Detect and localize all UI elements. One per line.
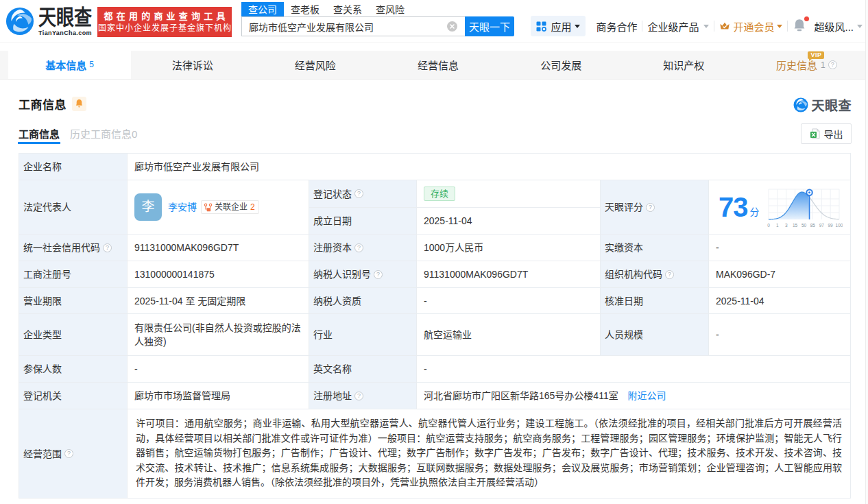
credit-code-help-icon[interactable]: ? (103, 243, 112, 252)
score-label: 天眼评分 ? (601, 180, 709, 235)
tab-operation-risk[interactable]: 经营风险 (254, 51, 376, 79)
notification-dot (804, 16, 809, 21)
svg-text:99: 99 (828, 223, 833, 228)
tab-operation-risk-label: 经营风险 (295, 58, 336, 72)
taxpayer-quality-value: - (417, 288, 601, 314)
reg-authority-label: 登记机关 (19, 383, 128, 409)
company-type-label: 企业类型 (19, 314, 128, 356)
org-code-help-icon[interactable]: ? (665, 270, 674, 279)
table-row: 经营范围 ? 许可项目：通用航空服务；商业非运输、私用大型航空器运营人、航空器代… (19, 409, 851, 499)
enterprise-products-menu[interactable]: 企业级产品 (647, 19, 709, 34)
nearby-companies-link[interactable]: 附近公司 (628, 390, 666, 401)
menu-divider (787, 21, 788, 32)
reg-number-label: 工商注册号 (19, 261, 128, 288)
table-row: 营业期限 2025-11-04 至 无固定期限 纳税人资质 - 核准日期 202… (19, 288, 851, 314)
section-header: 工商信息 (19, 95, 86, 112)
tab-intellectual-property[interactable]: 知识产权 (623, 51, 745, 79)
svg-text:100: 100 (835, 223, 842, 228)
est-date-value: 2025-11-04 (417, 208, 601, 235)
english-name-label: 英文名称 (309, 356, 417, 383)
legal-rep-name-link[interactable]: 李安博 (168, 200, 197, 214)
search-button[interactable]: 天眼一下 (465, 16, 514, 36)
apps-grid-icon (536, 21, 546, 32)
super-risk-caret-icon (857, 25, 863, 28)
open-vip-label: 开通会员 (733, 19, 774, 34)
tab-legal-lawsuit-label: 法律诉讼 (172, 58, 213, 72)
score-number: 73 (719, 193, 748, 221)
tab-operation-info[interactable]: 经营信息 (376, 51, 499, 79)
tab-legal-lawsuit[interactable]: 法律诉讼 (131, 51, 254, 79)
slogan-line2: 国家中小企业发展子基金旗下机构 (97, 23, 232, 34)
business-cooperation-link[interactable]: 商务合作 (596, 19, 637, 34)
watermark-logo: 天眼查 (793, 95, 852, 114)
reg-capital-value: 1000万人民币 (417, 235, 601, 261)
super-risk-label: 超级风... (814, 19, 854, 34)
score-distribution-chart[interactable]: 0131550859799100 (765, 184, 843, 230)
tab-operation-info-label: 经营信息 (418, 58, 459, 72)
tab-history-info-count: 1 (821, 60, 825, 70)
org-code-label: 组织机构代码 ? (601, 261, 709, 288)
business-scope-help-icon[interactable]: ? (64, 449, 73, 458)
credit-code-label: 统一社会信用代码 ? (19, 235, 128, 261)
search-clear-icon[interactable] (447, 21, 457, 32)
table-row: 统一社会信用代码 ? 91131000MAK096GD7T 注册资本 ? 100… (19, 235, 851, 261)
status-badge: 存续 (424, 187, 455, 201)
subtab-business-info[interactable]: 工商信息 (19, 127, 60, 144)
insured-value: - (128, 356, 309, 383)
tianyancha-logo-icon (5, 7, 34, 36)
apps-caret-icon (575, 25, 580, 28)
legal-rep-value: 李 李安博 关联企业 2 (128, 180, 309, 235)
approval-date-label: 核准日期 (601, 288, 709, 314)
notification-bell[interactable] (793, 18, 808, 34)
taxpayer-id-value: 91131000MAK096GD7T (417, 261, 601, 288)
history-help-icon[interactable]: ? (828, 60, 837, 69)
scrollbar-track[interactable] (865, 0, 868, 504)
tab-basic-info-label: 基本信息 (45, 58, 86, 72)
tab-history-info[interactable]: 历史信息 1 ? VIP (745, 51, 868, 79)
logo-cn: 天眼查 (38, 7, 92, 28)
reg-status-help-icon[interactable]: ? (354, 189, 363, 198)
export-button[interactable]: 导出 (801, 123, 852, 144)
related-companies-badge[interactable]: 关联企业 2 (201, 200, 259, 214)
est-date-label: 成立日期 (309, 208, 417, 235)
export-button-label: 导出 (824, 127, 843, 141)
company-nav-tabs: 基本信息 5 法律诉讼 经营风险 经营信息 公司发展 知识产权 历史信息 1 ?… (0, 51, 868, 80)
staff-size-label: 人员规模 (601, 314, 709, 356)
tab-basic-info[interactable]: 基本信息 5 (8, 51, 131, 79)
enterprise-products-label: 企业级产品 (647, 19, 699, 34)
subscribe-bell-button[interactable] (72, 97, 86, 111)
search-input[interactable] (241, 16, 465, 36)
vip-badge: VIP (808, 51, 824, 59)
score-unit: 分 (750, 205, 760, 219)
menu-divider (714, 21, 714, 32)
related-companies-count: 2 (250, 200, 255, 214)
watermark-logo-icon (793, 97, 808, 112)
reg-address-value: 河北省廊坊市广阳区新华路165号办公楼411室 附近公司 (417, 383, 851, 409)
credit-code-value: 91131000MAK096GD7T (128, 235, 309, 261)
reg-status-value: 存续 (417, 180, 601, 208)
reg-address-help-icon[interactable]: ? (354, 392, 363, 400)
business-scope-label: 经营范围 ? (19, 409, 128, 499)
legal-rep-avatar[interactable]: 李 (134, 193, 162, 221)
open-vip-menu[interactable]: 开通会员 (719, 19, 782, 34)
staff-size-value: - (709, 314, 851, 356)
related-companies-label: 关联企业 (215, 200, 248, 214)
score-help-icon[interactable]: ? (646, 203, 655, 212)
reg-capital-help-icon[interactable]: ? (354, 243, 363, 252)
crown-icon (719, 21, 730, 31)
svg-text:15: 15 (793, 223, 798, 228)
org-code-value: MAK096GD-7 (709, 261, 851, 288)
tianyancha-logo[interactable]: 天眼查 TianYanCha.com (5, 7, 102, 36)
apps-menu[interactable]: 应用 (531, 16, 586, 36)
tab-intellectual-property-label: 知识产权 (663, 58, 704, 72)
subtab-history-business-info[interactable]: 历史工商信息0 (70, 127, 137, 144)
business-info-table: 企业名称 廊坊市低空产业发展有限公司 法定代表人 李 李安博 (19, 153, 851, 499)
section-title: 工商信息 (19, 95, 67, 112)
super-risk-menu[interactable]: 超级风... (814, 19, 863, 34)
vip-caret-icon (777, 25, 782, 28)
business-term-label: 营业期限 (19, 288, 128, 314)
tab-company-development[interactable]: 公司发展 (500, 51, 623, 79)
svg-text:85: 85 (810, 223, 815, 228)
taxpayer-id-help-icon[interactable]: ? (374, 270, 383, 279)
business-term-value: 2025-11-04 至 无固定期限 (128, 288, 309, 314)
